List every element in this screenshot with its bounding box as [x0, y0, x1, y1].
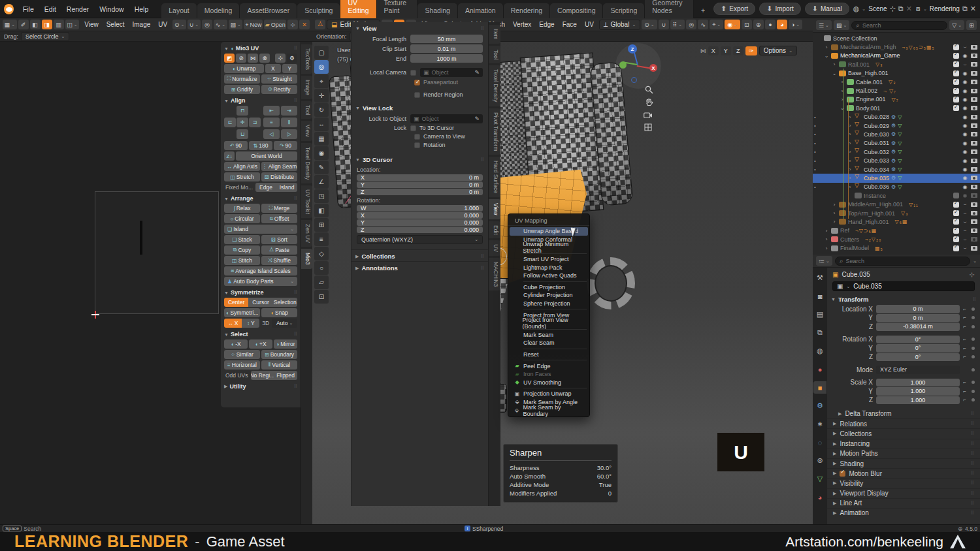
no-region-button[interactable]: No Regi...: [251, 371, 274, 380]
context-menu-item[interactable]: Cube Projection: [508, 283, 589, 292]
eye-open-icon[interactable]: ◉: [962, 158, 968, 164]
exclude-checkbox[interactable]: [953, 53, 959, 59]
properties-tab[interactable]: ⊛: [813, 454, 826, 467]
camera-visibility-icon[interactable]: [971, 246, 977, 251]
import-button[interactable]: ⬇Import: [759, 3, 801, 15]
pan-hand-icon[interactable]: [643, 96, 655, 108]
properties-tab[interactable]: ◌: [813, 436, 826, 449]
uv-sticky-mode-icon[interactable]: ◫⌄: [65, 20, 80, 29]
exclude-checkbox[interactable]: [953, 210, 959, 216]
editor-type-icon[interactable]: ▦⌄: [3, 20, 17, 29]
exclude-checkbox[interactable]: [953, 219, 959, 225]
orient-world-button[interactable]: Orient World: [236, 151, 297, 161]
camera-visibility-icon[interactable]: [971, 211, 977, 215]
animate-dot[interactable]: [972, 325, 975, 328]
outliner-search-input[interactable]: [862, 22, 943, 29]
view-layer-selector[interactable]: ⧇⌄ Rendering ⧉ ✕: [916, 5, 976, 13]
sidebar-tab[interactable]: MACHIN3: [489, 258, 500, 291]
select-vertical-button[interactable]: ⦀Vertical: [261, 360, 297, 370]
camera-visibility-icon[interactable]: [971, 237, 977, 242]
image-browse-icon[interactable]: ▨⌄: [229, 20, 243, 29]
paste-button[interactable]: ⧊Paste: [261, 245, 297, 255]
eye-closed-icon[interactable]: ⌣: [962, 219, 968, 225]
tool-button[interactable]: ⇔: [314, 118, 329, 131]
outliner-row[interactable]: › Rail.002 ¬ ▽₇ ◉ ⌣: [813, 86, 980, 95]
image-open-button[interactable]: ▰ Open: [264, 20, 286, 29]
render-region-checkbox[interactable]: [414, 92, 420, 98]
exclude-checkbox[interactable]: [953, 228, 959, 234]
eye-open-icon[interactable]: ◉: [962, 71, 968, 76]
stretch-button[interactable]: ◫Stretch: [224, 172, 260, 181]
cursor-rotation-slider[interactable]: X0.000: [357, 212, 483, 219]
eye-open-icon[interactable]: ◉: [962, 193, 968, 198]
select-horizontal-button[interactable]: ≡Horizontal: [224, 360, 260, 370]
expand-arrow-icon[interactable]: ›: [824, 236, 829, 242]
tool-button[interactable]: ○: [314, 261, 329, 275]
mio3-rectify-button[interactable]: ⦶Rectify: [261, 85, 297, 94]
properties-search-input[interactable]: [845, 258, 966, 264]
context-menu-item[interactable]: ▰ Peel Edge: [508, 362, 589, 370]
animate-dot[interactable]: [972, 368, 975, 371]
uv-sidebar-tab[interactable]: View: [301, 121, 312, 140]
camera-visibility-icon[interactable]: [971, 159, 977, 163]
outliner-filter-display-icon[interactable]: ▨⌄: [834, 20, 849, 30]
value-slider[interactable]: 1.000: [876, 396, 960, 405]
mio3-normalize-button[interactable]: ⛶Normalize: [224, 74, 260, 84]
exclude-checkbox[interactable]: [953, 202, 959, 208]
outliner-filter-icon[interactable]: ▽⌄: [949, 20, 964, 30]
tool-button[interactable]: ⊡: [314, 290, 329, 304]
context-menu-item[interactable]: Smart UV Project: [508, 255, 589, 264]
select-minus-x-button[interactable]: ◖-X: [224, 339, 248, 349]
mio3-mode-face-icon[interactable]: ⋈: [248, 54, 258, 63]
new-collection-icon[interactable]: ⊞: [966, 20, 977, 30]
show-gizmo-icon[interactable]: ⌖⌄: [710, 20, 723, 29]
local-camera-object-field[interactable]: ▣ Object ✎: [420, 68, 483, 77]
outliner-row[interactable]: › Cube.034 ⚙ ▽ ◉ ⌣: [813, 165, 980, 174]
camera-visibility-icon[interactable]: [971, 202, 977, 207]
camera-visibility-icon[interactable]: [971, 97, 977, 102]
camera-visibility-icon[interactable]: [971, 150, 977, 154]
mio3-mode-vertex-icon[interactable]: ◩: [224, 54, 235, 63]
context-menu-item[interactable]: Project from View (Bounds): [508, 319, 589, 328]
camera-visibility-icon[interactable]: [971, 167, 977, 172]
context-menu-item[interactable]: Follow Active Quads: [508, 272, 589, 280]
properties-section-header[interactable]: ▶ Viewport Display ⠿: [827, 488, 980, 498]
mirror-icon[interactable]: ⋈: [700, 48, 706, 54]
camera-visibility-icon[interactable]: [971, 71, 977, 76]
properties-tab[interactable]: ∗: [813, 418, 826, 430]
align-center-button[interactable]: ✛: [237, 118, 248, 127]
select-boundary-button[interactable]: ⊞Boundary: [261, 350, 297, 359]
workspace-tab[interactable]: Sculpting: [297, 3, 340, 18]
eye-closed-icon[interactable]: ⌣: [962, 227, 968, 234]
copy-icon[interactable]: ⧉: [898, 5, 904, 13]
properties-tab[interactable]: ◍: [813, 345, 826, 357]
eye-open-icon[interactable]: ◉: [962, 123, 968, 129]
eyedropper-icon[interactable]: ✎: [474, 116, 480, 122]
viewport-menu[interactable]: Face: [559, 20, 581, 29]
properties-tab[interactable]: ◕: [813, 491, 826, 503]
outliner-search[interactable]: ⌕: [851, 21, 947, 30]
uv-sidebar-tab[interactable]: Tool: [301, 101, 312, 119]
mio3-straight-button[interactable]: ⁘Straight: [261, 74, 297, 84]
camera-visibility-icon[interactable]: [971, 219, 977, 224]
workspace-tab[interactable]: Animation: [458, 3, 504, 18]
editor-type-3d-icon[interactable]: ⧊: [315, 20, 325, 29]
circular-button[interactable]: ○Circular: [224, 214, 260, 223]
exclude-checkbox[interactable]: [953, 88, 959, 94]
overlays-icon[interactable]: ◉⌄: [725, 20, 740, 29]
gizmo-y-axis[interactable]: [619, 61, 627, 69]
camera-view-icon[interactable]: [642, 109, 654, 121]
tool-button[interactable]: ◧: [314, 204, 329, 217]
cursor-location-slider[interactable]: Y0 m: [357, 181, 483, 188]
camera-visibility-icon[interactable]: [971, 106, 977, 110]
eye-open-icon[interactable]: ◉: [962, 105, 968, 111]
outliner-row[interactable]: ⌄ MechanicalArm_Game ◉ ⌣: [813, 52, 980, 60]
uv-select-island-icon[interactable]: ▥: [54, 20, 64, 29]
tool-button[interactable]: ▢: [314, 46, 329, 59]
outliner-row[interactable]: › Cube.032 ⚙ ▽ ◉ ⌣: [813, 148, 980, 156]
properties-tab[interactable]: ▽: [813, 473, 826, 485]
rotation-mode-dropdown[interactable]: Quaternion (WXYZ)⌄: [357, 235, 483, 244]
animate-dot[interactable]: [972, 355, 975, 358]
context-menu-item[interactable]: ◆ UV Smoothing: [508, 379, 589, 387]
align-axis-button[interactable]: ↔Align Axis: [224, 162, 260, 171]
